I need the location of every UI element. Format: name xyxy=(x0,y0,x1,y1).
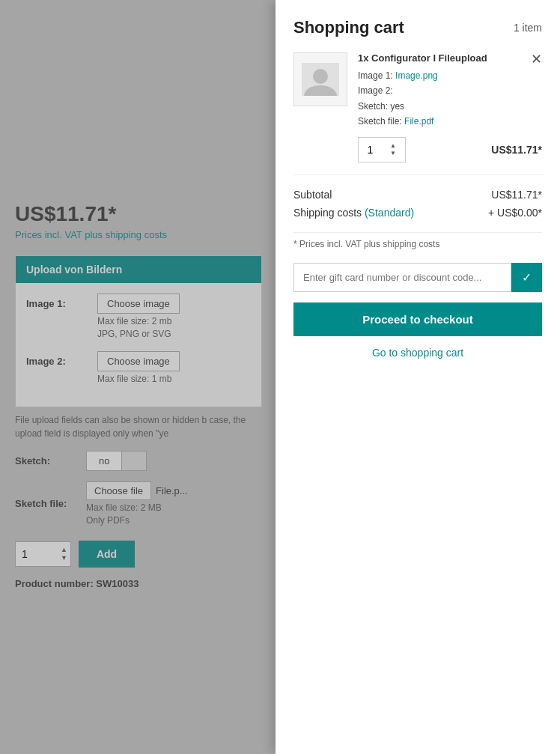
subtotal-label: Subtotal xyxy=(293,189,332,201)
subtotal-row: Subtotal US$11.71* xyxy=(293,189,542,201)
sketch-file-name: File.p... xyxy=(156,485,188,496)
sketch-row: Sketch: no xyxy=(15,451,262,471)
cart-item-bottom: ▲ ▼ US$11.71* xyxy=(358,137,542,162)
checkout-button[interactable]: Proceed to checkout xyxy=(293,302,542,336)
cart-item-close-button[interactable]: ✕ xyxy=(531,52,542,66)
cart-qty-arrows: ▲ ▼ xyxy=(387,138,399,162)
cart-qty-stepper: ▲ ▼ xyxy=(358,137,406,162)
sketch-file-label: Sketch file: xyxy=(15,498,79,509)
gift-card-input[interactable] xyxy=(293,263,511,292)
upload-section-header: Upload von Bildern xyxy=(16,256,261,283)
cart-title: Shopping cart xyxy=(293,18,404,37)
main-product-area: US$11.71* Prices incl. VAT plus shipping… xyxy=(0,0,277,754)
product-number-value: SW10033 xyxy=(96,578,139,589)
shipping-value: + US$0.00* xyxy=(488,207,542,219)
cart-item-count: 1 item xyxy=(514,22,542,34)
cart-prop-image2: Image 2: xyxy=(358,83,542,98)
sketch-file-hint2: Only PDFs xyxy=(86,515,262,526)
sketch-file-hint1: Max file size: 2 MB xyxy=(86,502,262,513)
quantity-input[interactable] xyxy=(16,542,61,566)
info-text: File upload fields can also be shown or … xyxy=(15,413,262,440)
price-note: Prices incl. VAT plus shipping costs xyxy=(15,229,262,240)
qty-up-arrow[interactable]: ▲ xyxy=(61,546,67,554)
cart-prop-image1-label: Image 1: xyxy=(358,70,393,81)
add-to-cart-button[interactable]: Add xyxy=(79,541,135,568)
product-number-section: Product number: SW10033 xyxy=(15,578,262,589)
subtotal-value: US$11.71* xyxy=(491,189,542,201)
cart-item-price: US$11.71* xyxy=(491,144,542,156)
cart-totals: Subtotal US$11.71* Shipping costs (Stand… xyxy=(293,189,542,233)
image2-choose-button[interactable]: Choose image xyxy=(97,351,180,371)
sketch-label: Sketch: xyxy=(15,455,79,466)
cart-item-properties: Image 1: Image.png Image 2: Sketch: yes … xyxy=(358,68,542,130)
cart-prop-image1-link[interactable]: Image.png xyxy=(395,70,438,81)
upload-section: Upload von Bildern Image 1: Choose image… xyxy=(15,255,262,407)
image1-hint2: JPG, PNG or SVG xyxy=(97,329,251,339)
image2-hint: Max file size: 1 mb xyxy=(97,374,251,384)
gift-apply-button[interactable]: ✓ xyxy=(511,263,542,292)
sketch-yes-button[interactable] xyxy=(122,451,147,471)
image2-label: Image 2: xyxy=(26,351,90,367)
tax-note: * Prices incl. VAT plus shipping costs xyxy=(293,239,542,249)
add-to-cart-row: ▲ ▼ Add xyxy=(15,541,262,568)
sketch-toggle: no xyxy=(86,451,147,471)
shipping-row: Shipping costs (Standard) + US$0.00* xyxy=(293,207,542,219)
cart-prop-sketch: Sketch: yes xyxy=(358,99,542,114)
cart-qty-up-arrow[interactable]: ▲ xyxy=(387,142,399,150)
product-price: US$11.71* xyxy=(15,202,262,226)
svg-point-1 xyxy=(313,69,328,84)
image1-hint1: Max file size: 2 mb xyxy=(97,316,251,326)
sketch-file-choose-button[interactable]: Choose file xyxy=(86,481,151,500)
cart-item-name: 1x Configurator I Fileupload xyxy=(358,52,542,64)
image1-upload-row: Image 1: Choose image Max file size: 2 m… xyxy=(26,294,251,339)
cart-header: Shopping cart 1 item xyxy=(293,18,542,37)
cart-item: 1x Configurator I Fileupload Image 1: Im… xyxy=(293,52,542,175)
sketch-no-button[interactable]: no xyxy=(86,451,122,471)
shipping-standard: (Standard) xyxy=(365,207,414,219)
cart-prop-sketch-label: Sketch: xyxy=(358,101,388,112)
go-to-cart-link[interactable]: Go to shopping cart xyxy=(293,347,542,359)
qty-down-arrow[interactable]: ▼ xyxy=(61,554,67,562)
cart-prop-sketch-file-link[interactable]: File.pdf xyxy=(404,116,433,127)
cart-qty-input[interactable] xyxy=(359,144,387,156)
cart-qty-down-arrow[interactable]: ▼ xyxy=(387,150,399,157)
sketch-file-row: Sketch file: Choose file File.p... Max f… xyxy=(15,481,262,526)
cart-item-image xyxy=(293,52,347,106)
cart-prop-image1: Image 1: Image.png xyxy=(358,68,542,83)
cart-item-details: 1x Configurator I Fileupload Image 1: Im… xyxy=(358,52,542,162)
cart-prop-sketch-file: Sketch file: File.pdf xyxy=(358,114,542,129)
cart-prop-sketch-file-label: Sketch file: xyxy=(358,116,402,127)
image1-choose-button[interactable]: Choose image xyxy=(97,294,180,314)
product-number-label: Product number: xyxy=(15,578,94,589)
cart-prop-image2-label: Image 2: xyxy=(358,85,393,96)
gift-card-row: ✓ xyxy=(293,263,542,292)
image2-upload-row: Image 2: Choose image Max file size: 1 m… xyxy=(26,351,251,384)
product-image-placeholder xyxy=(302,63,339,96)
image1-label: Image 1: xyxy=(26,294,90,309)
shopping-cart-panel: Shopping cart 1 item 1x Configurator I F… xyxy=(276,0,560,754)
shipping-label: Shipping costs (Standard) xyxy=(293,207,414,219)
price-section: US$11.71* Prices incl. VAT plus shipping… xyxy=(15,202,262,240)
cart-prop-sketch-value: yes xyxy=(390,101,404,112)
